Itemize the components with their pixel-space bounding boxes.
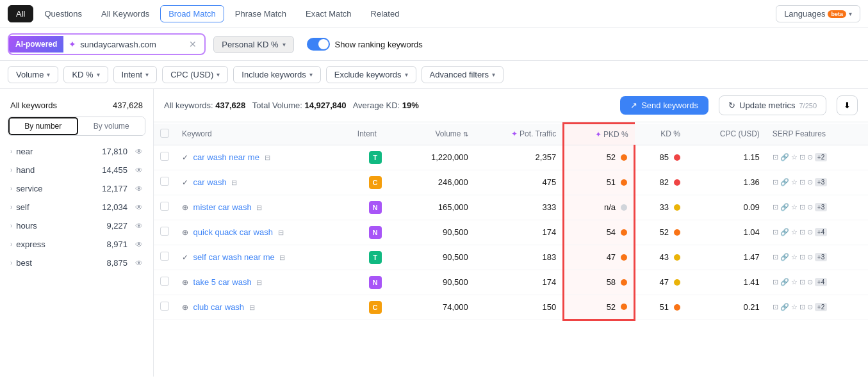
- serp-icon-3[interactable]: ☆: [791, 203, 798, 211]
- serp-icon-3[interactable]: ☆: [791, 178, 798, 186]
- tab-related[interactable]: Related: [363, 5, 408, 22]
- keyword-save-icon[interactable]: ⊟: [265, 154, 270, 161]
- serp-icon-1[interactable]: ⊡: [773, 178, 778, 186]
- tab-exact-match[interactable]: Exact Match: [297, 5, 360, 22]
- row-keyword[interactable]: ✓ self car wash near me ⊟: [176, 245, 351, 270]
- sidebar-item-keyword: best: [16, 258, 102, 268]
- select-all-checkbox[interactable]: [160, 129, 169, 138]
- serp-icon-4[interactable]: ⊡: [799, 153, 805, 161]
- serp-icon-5[interactable]: ⊙: [807, 153, 813, 161]
- volume-sort-icon[interactable]: ⇅: [463, 131, 468, 138]
- eye-icon[interactable]: 👁: [135, 203, 143, 212]
- serp-icon-5[interactable]: ⊙: [807, 178, 813, 186]
- filter-include-keywords[interactable]: Include keywords ▾: [233, 66, 320, 83]
- serp-icon-5[interactable]: ⊙: [807, 228, 813, 236]
- keyword-save-icon[interactable]: ⊟: [256, 279, 262, 286]
- serp-icon-1[interactable]: ⊡: [773, 228, 778, 236]
- clear-search-button[interactable]: ✕: [186, 38, 199, 51]
- serp-icon-5[interactable]: ⊙: [807, 303, 813, 311]
- row-checkbox[interactable]: [160, 302, 169, 311]
- serp-icon-3[interactable]: ☆: [791, 153, 798, 161]
- row-intent: C: [351, 295, 400, 320]
- row-checkbox[interactable]: [160, 152, 169, 161]
- sidebar-item-express[interactable]: › express 8,971 👁: [0, 235, 153, 254]
- serp-icon-4[interactable]: ⊡: [799, 253, 805, 261]
- serp-icon-2[interactable]: 🔗: [780, 278, 789, 286]
- filter-volume[interactable]: Volume ▾: [8, 66, 58, 83]
- row-keyword[interactable]: ⊕ take 5 car wash ⊟: [176, 270, 351, 295]
- serp-icon-2[interactable]: 🔗: [780, 253, 789, 261]
- row-checkbox[interactable]: [160, 277, 169, 286]
- update-metrics-button[interactable]: ↻ Update metrics 7/250: [719, 95, 826, 115]
- serp-icon-3[interactable]: ☆: [791, 303, 798, 311]
- serp-icon-2[interactable]: 🔗: [780, 203, 789, 211]
- row-keyword[interactable]: ✓ car wash near me ⊟: [176, 145, 351, 170]
- export-button[interactable]: ⬇: [837, 95, 858, 115]
- row-keyword[interactable]: ⊕ mister car wash ⊟: [176, 195, 351, 220]
- send-keywords-button[interactable]: ↗ Send keywords: [620, 96, 708, 115]
- serp-icon-1[interactable]: ⊡: [773, 303, 778, 311]
- serp-icon-2[interactable]: 🔗: [780, 303, 789, 311]
- keyword-save-icon[interactable]: ⊟: [231, 179, 237, 186]
- row-keyword[interactable]: ⊕ club car wash ⊟: [176, 295, 351, 320]
- serp-icon-5[interactable]: ⊙: [807, 203, 813, 211]
- serp-icon-1[interactable]: ⊡: [773, 253, 778, 261]
- eye-icon[interactable]: 👁: [135, 147, 143, 156]
- serp-icon-2[interactable]: 🔗: [780, 178, 789, 186]
- serp-icon-4[interactable]: ⊡: [799, 203, 805, 211]
- filter-exclude-keywords[interactable]: Exclude keywords ▾: [326, 66, 416, 83]
- sidebar-item-near[interactable]: › near 17,810 👁: [0, 142, 153, 161]
- sidebar-item-hand[interactable]: › hand 14,455 👁: [0, 161, 153, 179]
- view-by-volume-button[interactable]: By volume: [78, 117, 145, 135]
- filter-cpc[interactable]: CPC (USD) ▾: [162, 66, 228, 83]
- serp-icon-1[interactable]: ⊡: [773, 153, 778, 161]
- serp-icon-1[interactable]: ⊡: [773, 278, 778, 286]
- row-keyword[interactable]: ✓ car wash ⊟: [176, 170, 351, 195]
- serp-icon-4[interactable]: ⊡: [799, 303, 805, 311]
- tab-all-keywords[interactable]: All Keywords: [93, 5, 158, 22]
- tab-broad-match[interactable]: Broad Match: [160, 5, 224, 22]
- keyword-save-icon[interactable]: ⊟: [278, 229, 284, 236]
- sidebar-item-service[interactable]: › service 12,177 👁: [0, 179, 153, 198]
- show-ranking-toggle[interactable]: [307, 38, 330, 51]
- serp-icon-5[interactable]: ⊙: [807, 253, 813, 261]
- serp-icon-3[interactable]: ☆: [791, 253, 798, 261]
- serp-icon-3[interactable]: ☆: [791, 278, 798, 286]
- eye-icon[interactable]: 👁: [135, 222, 143, 231]
- serp-icon-4[interactable]: ⊡: [799, 178, 805, 186]
- tab-questions[interactable]: Questions: [36, 5, 90, 22]
- eye-icon[interactable]: 👁: [135, 184, 143, 193]
- eye-icon[interactable]: 👁: [135, 240, 143, 249]
- row-checkbox[interactable]: [160, 202, 169, 211]
- serp-icon-5[interactable]: ⊙: [807, 278, 813, 286]
- row-keyword[interactable]: ⊕ quick quack car wash ⊟: [176, 220, 351, 245]
- eye-icon[interactable]: 👁: [135, 259, 143, 268]
- keyword-save-icon[interactable]: ⊟: [249, 304, 255, 311]
- sidebar-item-self[interactable]: › self 12,034 👁: [0, 198, 153, 216]
- serp-icons: ⊡ 🔗 ☆ ⊡ ⊙ +3: [773, 178, 862, 186]
- filter-intent[interactable]: Intent ▾: [113, 66, 158, 83]
- sidebar-item-best[interactable]: › best 8,875 👁: [0, 254, 153, 272]
- serp-icon-1[interactable]: ⊡: [773, 203, 778, 211]
- row-checkbox[interactable]: [160, 252, 169, 261]
- view-by-number-button[interactable]: By number: [8, 117, 78, 135]
- row-checkbox-cell: [154, 295, 176, 320]
- filter-advanced[interactable]: Advanced filters ▾: [422, 66, 504, 83]
- serp-icon-2[interactable]: 🔗: [780, 153, 789, 161]
- filter-kd[interactable]: KD % ▾: [63, 66, 108, 83]
- row-checkbox[interactable]: [160, 177, 169, 186]
- keyword-save-icon[interactable]: ⊟: [256, 204, 262, 211]
- serp-icon-4[interactable]: ⊡: [799, 228, 805, 236]
- tab-all[interactable]: All: [8, 5, 33, 22]
- sidebar-item-hours[interactable]: › hours 9,227 👁: [0, 216, 153, 235]
- eye-icon[interactable]: 👁: [135, 166, 143, 175]
- languages-dropdown[interactable]: Languages beta ▾: [776, 5, 860, 22]
- serp-icon-3[interactable]: ☆: [791, 228, 798, 236]
- keyword-save-icon[interactable]: ⊟: [279, 254, 285, 261]
- row-checkbox[interactable]: [160, 227, 169, 236]
- tab-phrase-match[interactable]: Phrase Match: [227, 5, 295, 22]
- serp-icon-2[interactable]: 🔗: [780, 228, 789, 236]
- personal-kd-dropdown[interactable]: Personal KD % ▾: [213, 36, 293, 53]
- serp-icon-4[interactable]: ⊡: [799, 278, 805, 286]
- search-input[interactable]: [80, 40, 183, 49]
